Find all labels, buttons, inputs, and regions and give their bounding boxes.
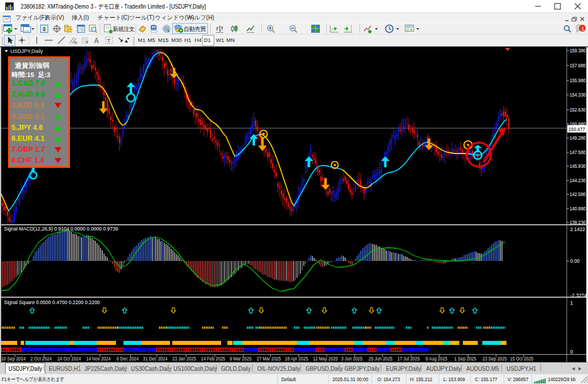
svg-text:144.230: 144.230 (570, 178, 586, 183)
svg-text:0.00: 0.00 (570, 258, 580, 264)
svg-text:12 May 2025: 12 May 2025 (313, 356, 338, 362)
svg-text:14 Nov 2024: 14 Nov 2024 (86, 356, 111, 362)
svg-text:T: T (107, 37, 111, 44)
svg-text:17 Jul 2025: 17 Jul 2025 (397, 356, 420, 362)
svg-text:Signal Square 0.0500 0.4700 0.: Signal Square 0.0500 0.4700 0.2200 0.220… (4, 299, 100, 305)
svg-text:3 Jun 2025: 3 Jun 2025 (341, 356, 363, 362)
svg-text:27 Mar 2025: 27 Mar 2025 (257, 356, 281, 362)
svg-text:15 Oct 2025: 15 Oct 2025 (510, 356, 534, 362)
svg-text:1: 1 (570, 300, 573, 306)
svg-text:14 Feb 2025: 14 Feb 2025 (201, 356, 226, 362)
svg-text:154.330: 154.330 (570, 92, 586, 98)
svg-text:A: A (94, 37, 99, 44)
svg-text:24 Oct 2024: 24 Oct 2024 (57, 356, 82, 362)
svg-text:140.880: 140.880 (570, 206, 586, 212)
svg-text:23 Jan 2025: 23 Jan 2025 (172, 356, 196, 362)
svg-text:150.477: 150.477 (568, 126, 585, 132)
svg-text:0: 0 (570, 349, 573, 355)
svg-text:1: 1 (581, 26, 584, 32)
svg-text:157.680: 157.680 (570, 63, 586, 68)
svg-text:145.930: 145.930 (570, 163, 586, 169)
svg-text:USDJPY,Daily: USDJPY,Daily (10, 48, 43, 54)
svg-text:E: E (74, 41, 76, 44)
svg-text:159.380: 159.380 (570, 48, 586, 53)
svg-text:152.630: 152.630 (570, 107, 586, 113)
svg-text:9 Mar 2025: 9 Mar 2025 (230, 356, 252, 362)
svg-text:2 Oct 2024: 2 Oct 2024 (30, 356, 52, 362)
svg-text:1 Sep 2025: 1 Sep 2025 (454, 356, 477, 362)
svg-text:31 Dec 2024: 31 Dec 2024 (143, 356, 168, 362)
svg-text:23 Sep 2025: 23 Sep 2025 (482, 356, 507, 362)
svg-text:6 Dec 2024: 6 Dec 2024 (117, 356, 139, 362)
svg-text:Signal MACD(12,26,9) 0.9104 0.: Signal MACD(12,26,9) 0.9104 0.0000 0.000… (4, 226, 118, 232)
svg-text:155.980: 155.980 (570, 78, 586, 83)
svg-text:F: F (86, 40, 88, 44)
svg-text:147.580: 147.580 (570, 149, 586, 155)
svg-text:10 Sep 2024: 10 Sep 2024 (1, 356, 26, 362)
svg-text:18 Apr 2025: 18 Apr 2025 (285, 356, 308, 362)
svg-text:-2.3274: -2.3274 (570, 293, 587, 298)
svg-text:142.580: 142.580 (570, 191, 586, 197)
svg-text:149.280: 149.280 (570, 135, 586, 141)
svg-text:25 Jun 2025: 25 Jun 2025 (369, 356, 393, 362)
svg-text:8 Aug 2025: 8 Aug 2025 (425, 356, 448, 362)
svg-text:2.1422: 2.1422 (570, 226, 585, 232)
